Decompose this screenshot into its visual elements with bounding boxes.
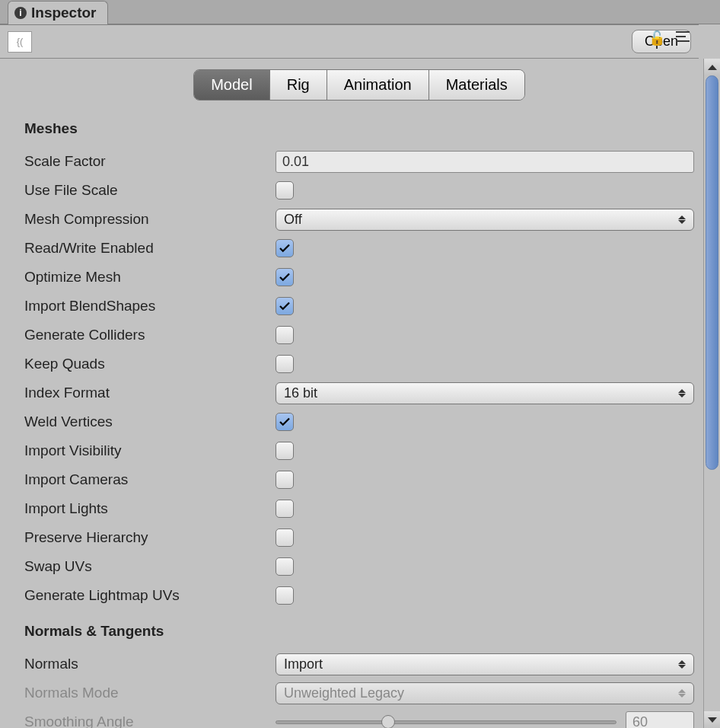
row-generate-colliders: Generate Colliders	[24, 321, 694, 349]
window-tabbar: i Inspector	[0, 0, 720, 24]
input-scale-factor[interactable]	[276, 151, 694, 173]
label-preserve-hierarchy: Preserve Hierarchy	[24, 529, 276, 546]
label-mesh-compression: Mesh Compression	[24, 211, 276, 228]
tab-animation[interactable]: Animation	[327, 70, 429, 100]
chevron-updown-icon	[678, 389, 686, 398]
tab-model[interactable]: Model	[194, 70, 269, 100]
row-smoothing-angle: Smoothing Angle 60	[24, 708, 694, 728]
row-weld-vertices: Weld Vertices	[24, 408, 694, 436]
tab-materials[interactable]: Materials	[429, 70, 524, 100]
chevron-updown-icon	[678, 660, 686, 669]
lock-icon[interactable]: 🔓	[648, 30, 665, 46]
import-tabs: Model Rig Animation Materials	[24, 69, 694, 101]
label-normals-mode: Normals Mode	[24, 685, 276, 701]
slider-thumb	[381, 715, 395, 728]
dropdown-mesh-compression[interactable]: Off	[276, 209, 694, 231]
tab-rig[interactable]: Rig	[270, 70, 327, 100]
scroll-track[interactable]	[704, 75, 720, 711]
checkbox-preserve-hierarchy[interactable]	[276, 528, 294, 547]
checkbox-read-write[interactable]	[276, 239, 294, 257]
label-index-format: Index Format	[24, 385, 276, 401]
checkbox-import-blendshapes[interactable]	[276, 297, 294, 315]
context-menu-icon[interactable]	[676, 31, 690, 42]
label-import-cameras: Import Cameras	[24, 471, 276, 488]
row-import-blendshapes: Import BlendShapes	[24, 292, 694, 320]
row-normals: Normals Import	[24, 650, 694, 678]
label-use-file-scale: Use File Scale	[24, 182, 276, 199]
label-optimize-mesh: Optimize Mesh	[24, 269, 276, 286]
label-scale-factor: Scale Factor	[24, 153, 276, 170]
section-normals: Normals & Tangents	[24, 623, 694, 640]
info-icon: i	[14, 7, 27, 19]
label-keep-quads: Keep Quads	[24, 356, 276, 372]
inspector-window: i Inspector {( Open 🔓 Model Rig Animatio…	[0, 0, 720, 728]
checkbox-optimize-mesh[interactable]	[276, 268, 294, 286]
row-mesh-compression: Mesh Compression Off	[24, 206, 694, 233]
label-generate-lightmap-uvs: Generate Lightmap UVs	[24, 587, 276, 604]
row-normals-mode: Normals Mode Unweighted Legacy	[24, 679, 694, 707]
checkbox-weld-vertices[interactable]	[276, 413, 294, 431]
scroll-down-button[interactable]	[704, 711, 720, 728]
label-normals: Normals	[24, 656, 276, 672]
scroll-up-button[interactable]	[704, 59, 720, 75]
label-import-visibility: Import Visibility	[24, 442, 276, 459]
checkbox-use-file-scale[interactable]	[276, 181, 294, 200]
vertical-scrollbar[interactable]	[703, 59, 720, 728]
row-swap-uvs: Swap UVs	[24, 553, 694, 580]
row-import-visibility: Import Visibility	[24, 437, 694, 465]
slider-track	[276, 720, 616, 724]
checkbox-import-lights[interactable]	[276, 500, 294, 518]
checkbox-generate-colliders[interactable]	[276, 326, 294, 344]
row-use-file-scale: Use File Scale	[24, 177, 694, 204]
asset-thumbnail-icon: {(	[8, 31, 32, 53]
row-import-cameras: Import Cameras	[24, 466, 694, 493]
row-preserve-hierarchy: Preserve Hierarchy	[24, 524, 694, 551]
dropdown-normals-value: Import	[284, 656, 323, 672]
checkbox-import-cameras[interactable]	[276, 471, 294, 489]
chevron-updown-icon	[678, 689, 686, 698]
asset-header: {( Open 🔓	[0, 24, 699, 59]
slider-value: 60	[626, 711, 694, 729]
checkbox-generate-lightmap-uvs[interactable]	[276, 586, 294, 605]
row-scale-factor: Scale Factor	[24, 148, 694, 175]
scroll-thumb[interactable]	[706, 75, 718, 470]
dropdown-normals[interactable]: Import	[276, 653, 694, 675]
checkbox-import-visibility[interactable]	[276, 442, 294, 460]
label-smoothing-angle: Smoothing Angle	[24, 714, 276, 728]
label-generate-colliders: Generate Colliders	[24, 327, 276, 343]
label-swap-uvs: Swap UVs	[24, 558, 276, 575]
row-index-format: Index Format 16 bit	[24, 379, 694, 407]
label-weld-vertices: Weld Vertices	[24, 413, 276, 430]
chevron-updown-icon	[678, 216, 686, 224]
row-generate-lightmap-uvs: Generate Lightmap UVs	[24, 582, 694, 609]
import-tab-group: Model Rig Animation Materials	[193, 69, 525, 101]
scroll-content: Model Rig Animation Materials Meshes Sca…	[0, 59, 703, 728]
row-optimize-mesh: Optimize Mesh	[24, 263, 694, 291]
content-area: Model Rig Animation Materials Meshes Sca…	[0, 59, 720, 728]
row-keep-quads: Keep Quads	[24, 350, 694, 378]
row-import-lights: Import Lights	[24, 495, 694, 522]
dropdown-mesh-compression-value: Off	[284, 212, 302, 228]
label-read-write: Read/Write Enabled	[24, 240, 276, 257]
section-meshes: Meshes	[24, 120, 694, 137]
dropdown-normals-mode: Unweighted Legacy	[276, 682, 694, 704]
dropdown-index-format[interactable]: 16 bit	[276, 382, 694, 404]
checkbox-swap-uvs[interactable]	[276, 557, 294, 576]
checkbox-keep-quads[interactable]	[276, 355, 294, 373]
dropdown-index-format-value: 16 bit	[284, 385, 317, 401]
inspector-tab[interactable]: i Inspector	[8, 1, 108, 24]
inspector-tab-label: Inspector	[31, 5, 97, 21]
dropdown-normals-mode-value: Unweighted Legacy	[284, 685, 404, 701]
label-import-lights: Import Lights	[24, 500, 276, 517]
slider-smoothing-angle: 60	[276, 711, 694, 729]
row-read-write: Read/Write Enabled	[24, 235, 694, 262]
label-import-blendshapes: Import BlendShapes	[24, 298, 276, 315]
